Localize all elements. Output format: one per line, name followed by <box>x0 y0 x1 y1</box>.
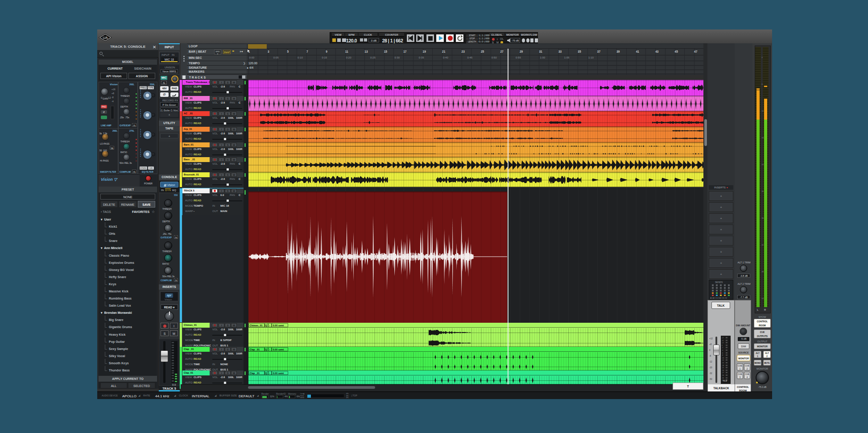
svg-text:UA: UA <box>103 36 108 40</box>
